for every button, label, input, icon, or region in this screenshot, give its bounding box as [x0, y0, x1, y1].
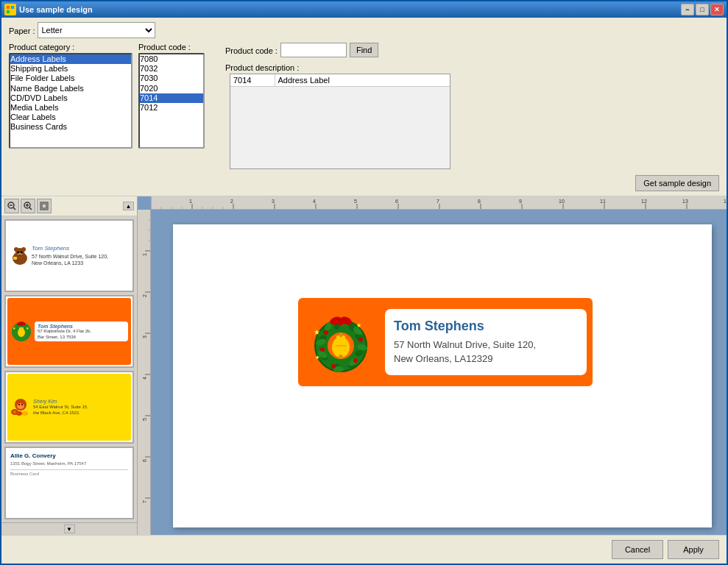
svg-point-35	[17, 403, 24, 409]
svg-text:★: ★	[314, 328, 320, 336]
svg-point-115	[324, 330, 328, 335]
svg-text:5: 5	[354, 199, 357, 204]
svg-text:7: 7	[437, 199, 439, 204]
right-config: Product code : Find Product description …	[225, 43, 719, 191]
product-desc-label: Product description :	[225, 63, 299, 72]
svg-point-41	[22, 411, 28, 416]
title-bar: Use sample design − □ ✕	[1, 1, 727, 18]
thumbnail-3[interactable]: Shery Kim 54 East Walnut St, Suite 15, t…	[4, 371, 134, 444]
config-area: Paper : Letter A4 Legal Product category…	[1, 18, 727, 196]
maximize-button[interactable]: □	[696, 4, 709, 15]
svg-point-117	[331, 364, 336, 369]
svg-point-37	[21, 404, 23, 405]
label-preview-container: ★ ★ ★ Tom Stephens 57 North Walnut Drive…	[298, 298, 593, 386]
svg-text:10: 10	[559, 199, 565, 204]
zoom-in-button[interactable]	[21, 199, 35, 213]
svg-text:11: 11	[600, 199, 606, 204]
desc-code: 7014	[230, 74, 275, 87]
product-desc-table: 7014 Address Label	[230, 74, 450, 169]
thumbnail-1[interactable]: ✦✦✦ Tom Stephens 57 North Walnut Drive, …	[4, 219, 134, 292]
window-controls: − □ ✕	[681, 4, 724, 15]
svg-text:14: 14	[724, 199, 727, 204]
product-category-container: Product category : Address Labels Shippi…	[9, 43, 132, 149]
product-code-list-label: Product code :	[138, 43, 205, 51]
svg-text:1: 1	[142, 253, 147, 256]
svg-point-19	[21, 251, 23, 253]
svg-point-16	[21, 247, 26, 252]
svg-rect-29	[19, 327, 24, 330]
svg-text:9: 9	[519, 199, 522, 204]
svg-point-118	[353, 358, 358, 363]
window-title: Use sample design	[19, 5, 678, 14]
preview-name: Tom Stephens	[394, 319, 578, 334]
product-code-list-container: Product code : 7080 7032 7030 7020 7014 …	[138, 43, 205, 149]
svg-rect-12	[42, 204, 46, 208]
product-category-list[interactable]: Address Labels Shipping Labels File Fold…	[9, 53, 132, 149]
preview-address: 57 North Walnut Drive, Suite 120, New Or…	[394, 338, 578, 365]
product-code-list[interactable]: 7080 7032 7030 7020 7014 7012	[138, 53, 205, 149]
svg-text:✦✦✦: ✦✦✦	[13, 259, 20, 262]
close-button[interactable]: ✕	[710, 4, 724, 15]
zoom-fit-button[interactable]	[37, 199, 52, 213]
scroll-down-arrow[interactable]: ▼	[64, 525, 75, 533]
svg-rect-78	[138, 210, 151, 535]
svg-text:6: 6	[395, 199, 398, 204]
svg-point-18	[18, 251, 20, 253]
cancel-button[interactable]: Cancel	[612, 540, 663, 559]
svg-point-39	[13, 411, 16, 413]
paper-select[interactable]: Letter A4 Legal	[38, 22, 155, 38]
svg-text:3: 3	[272, 199, 275, 204]
paper-row: Paper : Letter A4 Legal	[9, 22, 719, 38]
label-box: ★ ★ ★ Tom Stephens 57 North Walnut Drive…	[298, 298, 593, 386]
bottom-bar: Cancel Apply	[1, 535, 727, 564]
svg-line-10	[29, 207, 32, 210]
svg-point-119	[358, 338, 363, 342]
svg-text:4: 4	[142, 377, 147, 380]
main-window: Use sample design − □ ✕ Paper : Letter A…	[0, 0, 728, 565]
svg-point-123	[339, 355, 343, 359]
get-sample-button[interactable]: Get sample design	[635, 175, 719, 191]
svg-text:3: 3	[142, 335, 147, 338]
svg-line-6	[13, 207, 15, 210]
find-button[interactable]: Find	[350, 43, 378, 57]
svg-text:4: 4	[313, 199, 316, 204]
svg-text:2: 2	[230, 199, 233, 204]
zoom-bar: ▲	[1, 196, 137, 216]
svg-text:★: ★	[315, 355, 319, 360]
ruler-horizontal: 1 2 3 4 5 6 7 8	[151, 196, 727, 210]
canvas-content: ★ ★ ★ Tom Stephens 57 North Walnut Drive…	[151, 210, 727, 535]
svg-text:★: ★	[356, 322, 361, 329]
svg-text:5: 5	[142, 418, 147, 421]
scroll-up-arrow[interactable]: ▲	[123, 202, 134, 210]
svg-text:12: 12	[641, 199, 647, 204]
apply-button[interactable]: Apply	[668, 540, 719, 559]
svg-text:7: 7	[142, 500, 147, 503]
svg-text:8: 8	[478, 199, 481, 204]
page-white: ★ ★ ★ Tom Stephens 57 North Walnut Drive…	[173, 224, 712, 527]
paper-label: Paper :	[9, 26, 35, 35]
window-icon	[4, 4, 16, 15]
svg-point-20	[18, 255, 21, 256]
ruler-vertical: 1 2 3 4 5 6 7	[138, 210, 151, 535]
minimize-button[interactable]: −	[681, 4, 694, 15]
svg-rect-1	[11, 6, 14, 9]
product-desc-section: Product description : 7014 Address Label	[225, 63, 719, 169]
svg-point-116	[320, 347, 325, 352]
svg-text:13: 13	[682, 199, 688, 204]
svg-text:6: 6	[142, 459, 147, 462]
product-code-search-input[interactable]	[280, 43, 347, 57]
svg-rect-3	[11, 10, 14, 13]
svg-point-120	[332, 337, 350, 358]
product-category-label: Product category :	[9, 43, 132, 51]
address-box: Tom Stephens 57 North Walnut Drive, Suit…	[385, 309, 587, 375]
wreath-image: ★ ★ ★	[304, 305, 378, 379]
svg-rect-0	[7, 6, 10, 9]
zoom-out-button[interactable]	[4, 199, 19, 213]
svg-text:1: 1	[189, 199, 192, 204]
svg-rect-2	[7, 10, 10, 13]
svg-text:2: 2	[142, 294, 147, 297]
thumbnail-4[interactable]: Allie G. Convery 1351 Bogy Street, Manhe…	[4, 447, 134, 519]
thumbnail-scroll: ✦✦✦ Tom Stephens 57 North Walnut Drive, …	[1, 216, 137, 522]
product-code-search-label: Product code :	[225, 46, 278, 55]
thumbnail-2[interactable]: ★ ★ Tom Stephens 57 Rabbithole Dr, 4 Fla…	[4, 295, 134, 368]
